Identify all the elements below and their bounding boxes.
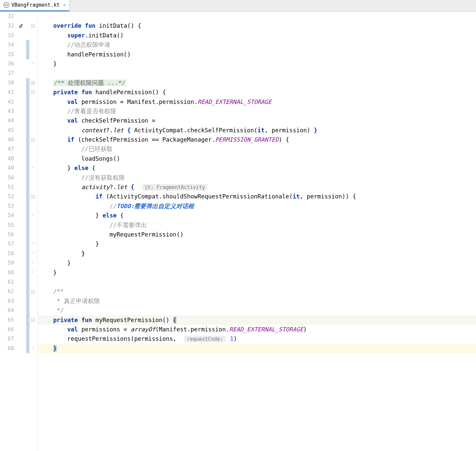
gutter-row: 32 (0, 21, 37, 30)
line-number: 52 (0, 192, 16, 201)
code-line[interactable] (38, 68, 476, 78)
gutter-row: 50 (0, 173, 37, 182)
line-number: 46 (0, 135, 16, 144)
vcs-marker (26, 249, 29, 258)
line-number: 51 (0, 182, 16, 192)
gutter-row: 34 (0, 40, 37, 49)
code-line[interactable]: //不需要弹出 (38, 220, 476, 230)
vcs-marker (26, 78, 29, 88)
code-line[interactable]: } (38, 258, 476, 268)
line-number: 37 (0, 68, 16, 78)
gutter-row: 46 (0, 135, 37, 144)
fold-icon[interactable]: ┘ (29, 344, 37, 353)
code-line[interactable]: } else { (38, 163, 476, 173)
fold-icon[interactable] (29, 318, 37, 322)
code-line[interactable] (38, 277, 476, 287)
code-line[interactable]: override fun initData() { (38, 21, 476, 30)
vcs-marker (26, 40, 29, 49)
fold-icon[interactable]: ┘ (29, 59, 37, 68)
line-number: 54 (0, 211, 16, 220)
vcs-marker (26, 258, 29, 268)
fold-icon[interactable]: ┘ (29, 163, 37, 173)
code-line[interactable]: } (38, 239, 476, 249)
line-number: 64 (0, 306, 16, 315)
tab-bar: VBangFragment.kt × (0, 0, 476, 12)
gutter-row: 67 (0, 334, 37, 343)
line-number: 47 (0, 144, 16, 154)
code-line[interactable]: handlePermission() (38, 50, 476, 59)
fold-icon[interactable] (29, 81, 37, 85)
vcs-marker (26, 315, 29, 325)
code-line[interactable]: } (38, 59, 476, 68)
fold-icon[interactable]: ┘ (29, 268, 37, 277)
code-line[interactable]: //动态权限申请 (38, 40, 476, 49)
code-line[interactable]: } (38, 249, 476, 258)
code-line[interactable]: activity?.let { it: FragmentActivity (38, 182, 476, 192)
gutter-row: 56 (0, 230, 37, 239)
code-line[interactable]: private fun myRequestPermission() { (38, 315, 476, 325)
code-line[interactable]: /** 处理权限问题 ...*/ (38, 78, 476, 88)
gutter: 313233343536┘3738414243444546474849┘5051… (0, 12, 38, 451)
code-line[interactable]: if (ActivityCompat.shouldShowRequestPerm… (38, 192, 476, 201)
line-number: 60 (0, 268, 16, 277)
code-line[interactable]: context?.let { ActivityCompat.checkSelfP… (38, 126, 476, 135)
fold-icon[interactable] (29, 138, 37, 141)
svg-point-1 (19, 25, 22, 28)
vcs-marker (26, 268, 29, 277)
vcs-marker (26, 211, 29, 220)
line-number: 35 (0, 50, 16, 59)
code-line[interactable]: requestPermissions(permissions, requestC… (38, 334, 476, 343)
gutter-row: 52 (0, 192, 37, 201)
vcs-marker (26, 107, 29, 116)
gutter-row: 41 (0, 88, 37, 97)
code-area[interactable]: override fun initData() { super.initData… (38, 12, 476, 451)
vcs-marker (26, 116, 29, 125)
fold-icon[interactable]: ┘ (29, 258, 37, 268)
editor-tab[interactable]: VBangFragment.kt × (0, 0, 70, 11)
code-line[interactable]: val permission = Manifest.permission.REA… (38, 97, 476, 107)
code-line[interactable]: //查看是否有权限 (38, 107, 476, 116)
code-line[interactable]: if (checkSelfPermission == PackageManage… (38, 135, 476, 144)
fold-icon[interactable]: ┘ (29, 239, 37, 249)
fold-icon[interactable] (29, 195, 37, 198)
gutter-row: 49┘ (0, 163, 37, 173)
fold-icon[interactable] (29, 24, 37, 28)
line-number: 32 (0, 21, 16, 30)
code-line[interactable]: myRequestPermission() (38, 230, 476, 239)
fold-icon[interactable] (29, 290, 37, 293)
gutter-row: 48 (0, 154, 37, 163)
line-number: 41 (0, 88, 16, 97)
close-icon[interactable]: × (63, 2, 66, 8)
line-number: 59 (0, 258, 16, 268)
code-line[interactable]: */ (38, 306, 476, 315)
line-number: 62 (0, 287, 16, 296)
fold-icon[interactable]: ┘ (29, 249, 37, 258)
code-line[interactable]: } else { (38, 211, 476, 220)
code-line[interactable]: //没有获取权限 (38, 173, 476, 182)
fold-icon[interactable] (29, 91, 37, 94)
gutter-row: 53 (0, 201, 37, 211)
line-number: 43 (0, 107, 16, 116)
code-line[interactable] (38, 12, 476, 21)
line-number: 50 (0, 173, 16, 182)
code-line[interactable]: val checkSelfPermission = (38, 116, 476, 125)
gutter-row: 57┘ (0, 239, 37, 249)
code-line[interactable]: //TODO:需要弹出自定义对话框 (38, 201, 476, 211)
code-line[interactable]: val permissions = arrayOf(Manifest.permi… (38, 325, 476, 334)
fold-icon[interactable]: ┘ (29, 211, 37, 220)
code-line[interactable]: * 真正申请权限 (38, 296, 476, 306)
line-number: 57 (0, 239, 16, 249)
code-line[interactable]: } (38, 268, 476, 277)
line-number: 55 (0, 220, 16, 230)
line-number: 63 (0, 296, 16, 306)
code-line[interactable]: //已经获取 (38, 144, 476, 154)
gutter-row: 63 (0, 296, 37, 306)
vcs-marker (26, 126, 29, 135)
code-line[interactable]: loadSongs() (38, 154, 476, 163)
code-line[interactable]: super.initData() (38, 31, 476, 40)
code-line[interactable]: /** (38, 287, 476, 296)
vcs-marker (26, 192, 29, 201)
code-line[interactable]: } (38, 344, 476, 353)
vcs-marker (26, 97, 29, 107)
code-line[interactable]: private fun handlePermission() { (38, 88, 476, 97)
